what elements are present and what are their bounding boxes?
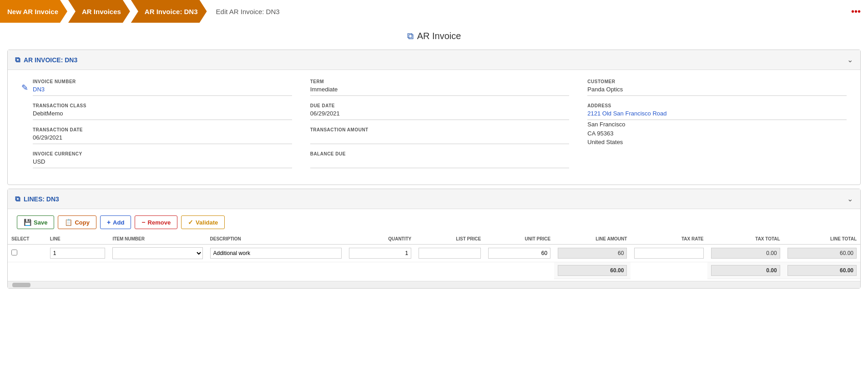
cell-quantity-0[interactable] [345,245,415,262]
description-input-0[interactable] [210,248,342,259]
copy-icon: 📋 [65,219,72,226]
balance-due-field: BALANCE DUE [310,151,570,168]
col-item-number: ITEM NUMBER [109,234,206,245]
col-unit-price: UNIT PRICE [484,234,554,245]
edit-pencil-icon[interactable]: ✎ [21,83,28,93]
cell-line-0[interactable] [46,245,109,262]
total-tax-rate [631,262,707,279]
transaction-amount-field: TRANSACTION AMOUNT [310,127,570,144]
validate-icon: ✓ [188,219,193,226]
col-list-price: LIST PRICE [415,234,484,245]
col-select: SELECT [8,234,46,245]
horizontal-scrollbar[interactable] [8,281,860,288]
total-line-amount: 60.00 [554,262,631,279]
list-price-input-0[interactable] [419,248,481,259]
item-number-select-0[interactable] [112,247,202,259]
invoice-number-field: INVOICE NUMBER DN3 [33,79,292,96]
transaction-class-field: TRANSACTION CLASS DebitMemo [33,103,292,120]
add-button[interactable]: + Add [100,215,131,229]
cell-line-total-0: 60.00 [784,245,860,262]
col-quantity: QUANTITY [345,234,415,245]
invoice-section-chevron: ⌄ [847,55,853,64]
table-header-row: SELECT LINE ITEM NUMBER DESCRIPTION QUAN… [8,234,860,245]
invoice-section-title: AR INVOICE: DN3 [24,56,77,64]
address-field: ADDRESS 2121 Old San Francisco Road San … [587,103,847,147]
cell-description-0[interactable] [207,245,346,262]
col-tax-total: TAX TOTAL [707,234,784,245]
col-description: DESCRIPTION [207,234,346,245]
cell-line-amount-0: 60 [554,245,631,262]
due-date-field: DUE DATE 06/29/2021 [310,103,570,120]
cell-item-number-0[interactable] [109,245,206,262]
save-button[interactable]: 💾 Save [17,215,54,229]
page-title-area: ⧉ AR Invoice [0,23,868,46]
invoice-currency-field: INVOICE CURRENCY USD [33,151,292,168]
lines-section-icon: ⧉ [15,195,20,203]
cell-tax-total-0: 0.00 [707,245,784,262]
unit-price-input-0[interactable] [488,248,550,259]
add-icon: + [107,219,111,226]
breadcrumb-new-ar-invoice[interactable]: New AR Invoice [0,0,67,23]
validate-button[interactable]: ✓ Validate [181,215,225,229]
breadcrumb-ar-invoice-dn3[interactable]: AR Invoice: DN3 [131,0,207,23]
page-title-icon: ⧉ [407,31,414,41]
copy-button[interactable]: 📋 Copy [58,215,96,229]
col-tax-rate: TAX RATE [631,234,707,245]
tax-rate-input-0[interactable] [634,248,703,259]
col-line-amount: LINE AMOUNT [554,234,631,245]
lines-section-chevron: ⌄ [847,195,853,203]
page-title: AR Invoice [417,31,461,41]
col-line: LINE [46,234,109,245]
cell-list-price-0[interactable] [415,245,484,262]
cell-tax-rate-0[interactable] [631,245,707,262]
transaction-date-field: TRANSACTION DATE 06/29/2021 [33,127,292,144]
col-line-total: LINE TOTAL [784,234,860,245]
lines-toolbar: 💾 Save 📋 Copy + Add − Remove ✓ Validate [8,209,860,234]
cell-unit-price-0[interactable] [484,245,554,262]
term-field: TERM Immediate [310,79,570,96]
invoice-section: ⧉ AR INVOICE: DN3 ⌄ ✎ INVOICE NUMBER DN3… [7,50,861,185]
invoice-section-icon: ⧉ [15,56,20,64]
breadcrumb-ar-invoices[interactable]: AR Invoices [68,0,130,23]
breadcrumb: New AR Invoice AR Invoices AR Invoice: D… [0,0,868,23]
lines-section-title: LINES: DN3 [24,195,59,203]
quantity-input-0[interactable] [349,248,411,259]
save-icon: 💾 [24,219,31,226]
total-line-total: 60.00 [784,262,860,279]
lines-section: ⧉ LINES: DN3 ⌄ 💾 Save 📋 Copy + Add − Rem… [7,189,861,289]
total-tax-total: 0.00 [707,262,784,279]
remove-icon: − [141,219,145,226]
invoice-form-body: ✎ INVOICE NUMBER DN3 TRANSACTION CLASS D… [8,70,860,185]
totals-row: 60.00 0.00 60.00 [8,262,860,279]
row-checkbox-0[interactable] [11,250,17,255]
table-row: 60 0.00 60.00 [8,245,860,262]
scroll-thumb[interactable] [12,283,30,287]
breadcrumb-edit-label: Edit AR Invoice: DN3 [207,8,280,15]
lines-table: SELECT LINE ITEM NUMBER DESCRIPTION QUAN… [8,234,860,279]
customer-field: CUSTOMER Panda Optics [587,79,847,96]
lines-table-scroll[interactable]: SELECT LINE ITEM NUMBER DESCRIPTION QUAN… [8,234,860,279]
remove-button[interactable]: − Remove [135,215,177,229]
more-options-button[interactable]: ••• [851,6,868,17]
lines-section-header[interactable]: ⧉ LINES: DN3 ⌄ [8,189,860,209]
line-input-0[interactable] [50,248,106,259]
invoice-section-header[interactable]: ⧉ AR INVOICE: DN3 ⌄ [8,50,860,70]
cell-select-0[interactable] [8,245,46,262]
